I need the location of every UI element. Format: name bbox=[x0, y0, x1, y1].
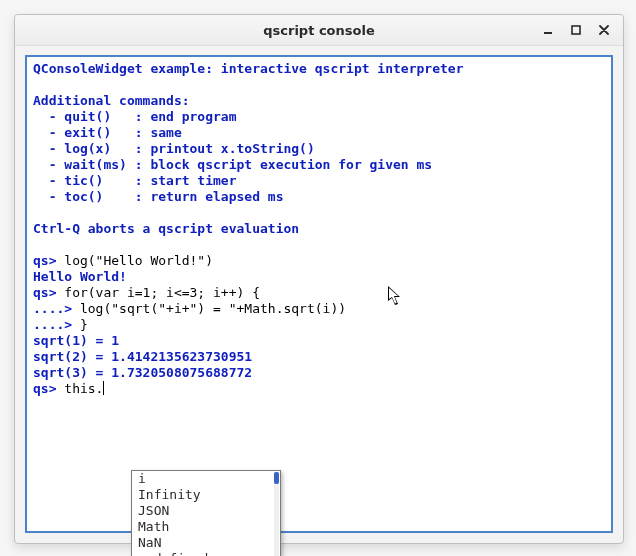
output-r1: sqrt(1) = 1 bbox=[33, 333, 119, 348]
help-block: QConsoleWidget example: interactive qscr… bbox=[33, 61, 463, 236]
command-2b: log("sqrt("+i+") = "+Math.sqrt(i)) bbox=[80, 301, 346, 316]
maximize-button[interactable] bbox=[563, 19, 589, 41]
app-window: qscript console QConsoleWidget example: … bbox=[14, 14, 624, 544]
prompt: qs> bbox=[33, 253, 64, 268]
command-2c: } bbox=[80, 317, 88, 332]
output-1: Hello World! bbox=[33, 269, 127, 284]
titlebar: qscript console bbox=[15, 15, 623, 46]
current-input: this. bbox=[64, 381, 103, 396]
console-frame: QConsoleWidget example: interactive qscr… bbox=[25, 55, 613, 533]
text-caret bbox=[103, 381, 104, 395]
window-title: qscript console bbox=[263, 23, 375, 38]
cont-prompt: ....> bbox=[33, 301, 80, 316]
output-r2: sqrt(2) = 1.4142135623730951 bbox=[33, 349, 252, 364]
popup-scrollbar[interactable] bbox=[274, 472, 279, 556]
output-r3: sqrt(3) = 1.7320508075688772 bbox=[33, 365, 252, 380]
completion-item[interactable]: NaN bbox=[132, 535, 280, 551]
completion-popup[interactable]: i Infinity JSON Math NaN undefined Array bbox=[131, 470, 281, 556]
completion-list: i Infinity JSON Math NaN undefined Array bbox=[132, 471, 280, 556]
minimize-icon bbox=[543, 25, 553, 35]
close-icon bbox=[599, 25, 609, 35]
minimize-button[interactable] bbox=[535, 19, 561, 41]
console-view[interactable]: QConsoleWidget example: interactive qscr… bbox=[27, 57, 611, 531]
completion-item[interactable]: undefined bbox=[132, 551, 280, 556]
maximize-icon bbox=[571, 25, 581, 35]
prompt: qs> bbox=[33, 285, 64, 300]
completion-item[interactable]: Infinity bbox=[132, 487, 280, 503]
cont-prompt: ....> bbox=[33, 317, 80, 332]
completion-item[interactable]: JSON bbox=[132, 503, 280, 519]
window-controls bbox=[535, 15, 617, 45]
popup-scroll-thumb[interactable] bbox=[274, 472, 279, 484]
command-2: for(var i=1; i<=3; i++) { bbox=[64, 285, 260, 300]
completion-item[interactable]: Math bbox=[132, 519, 280, 535]
close-button[interactable] bbox=[591, 19, 617, 41]
svg-rect-0 bbox=[544, 32, 552, 34]
completion-item[interactable]: i bbox=[132, 471, 280, 487]
svg-rect-1 bbox=[572, 26, 580, 34]
command-1: log("Hello World!") bbox=[64, 253, 213, 268]
prompt: qs> bbox=[33, 381, 64, 396]
